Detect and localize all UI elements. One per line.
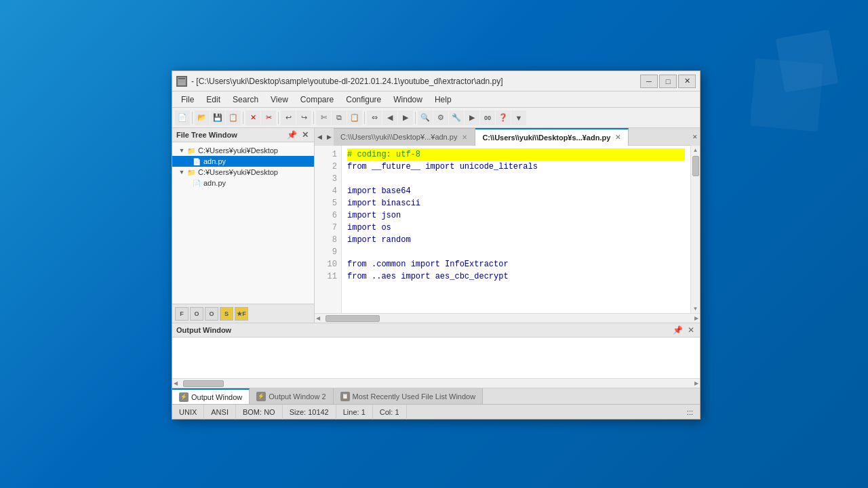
toolbar-redo[interactable]: ↪	[296, 110, 311, 125]
tree-arrow-1: ▼	[178, 147, 186, 154]
output-close-btn[interactable]: ✕	[686, 325, 696, 335]
toolbar-filter[interactable]: ⚙	[433, 110, 448, 125]
tab-nav-end[interactable]: ✕	[690, 128, 700, 146]
toolbar-settings[interactable]: 🔧	[449, 110, 464, 125]
toolbar-save[interactable]: 💾	[210, 110, 225, 125]
editor-tab-2-close[interactable]: ✕	[613, 133, 623, 142]
code-line-10: from .common import InfoExtractor	[347, 258, 685, 270]
output-tab-2[interactable]: ⚡ Output Window 2	[250, 388, 333, 405]
toolbar-delete[interactable]: ✕	[245, 110, 260, 125]
toolbar-undo[interactable]: ↩	[281, 110, 296, 125]
line-num-3: 3	[315, 173, 341, 185]
menu-help[interactable]: Help	[429, 93, 458, 106]
status-col: Col: 1	[373, 405, 407, 420]
toolbar-help[interactable]: ❓	[496, 110, 511, 125]
scrollbar-down[interactable]: ▼	[693, 306, 698, 312]
editor-tab-2[interactable]: C:\\Users\\yuki\\Desktop¥s...¥adn.py ✕	[475, 128, 629, 146]
file-tree-close-btn[interactable]: ✕	[300, 130, 310, 140]
file-tree-title: File Tree Window	[176, 131, 237, 139]
menu-window[interactable]: Window	[387, 93, 429, 106]
scrollbar-thumb-v[interactable]	[692, 156, 699, 176]
tree-file-label-1: adn.py	[203, 157, 226, 165]
scrollbar-right[interactable]: ▶	[694, 315, 698, 321]
tree-folder-2[interactable]: ▼ 📁 C:¥Users¥yuki¥Desktop	[172, 167, 314, 178]
toolbar-num[interactable]: 00	[480, 110, 495, 125]
output-scroll-left[interactable]: ◀	[174, 380, 178, 386]
toolbar-paste[interactable]: 📋	[347, 110, 362, 125]
menu-configure[interactable]: Configure	[340, 93, 387, 106]
toolbar-compare[interactable]: ⇔	[367, 110, 382, 125]
toolbar-next[interactable]: ▶	[398, 110, 413, 125]
menu-edit[interactable]: Edit	[200, 93, 226, 106]
main-window: - [C:\Users\yuki\Desktop\sample\youtube-…	[172, 70, 701, 420]
code-line-8: import random	[347, 234, 685, 246]
output-tab-3-icon: 📋	[340, 392, 350, 401]
code-content[interactable]: # coding: utf-8 from __future__ import u…	[342, 146, 690, 313]
code-line-6: import json	[347, 209, 685, 222]
horizontal-scrollbar[interactable]: ◀ ▶	[315, 313, 700, 323]
toolbar-sep-3	[278, 112, 279, 124]
scrollbar-up[interactable]: ▲	[693, 147, 698, 153]
toolbar-sep-2	[243, 112, 243, 124]
toolbar-close[interactable]: 📋	[226, 110, 241, 125]
output-tab-3[interactable]: 📋 Most Recently Used File List Window	[334, 388, 484, 405]
scrollbar-left[interactable]: ◀	[316, 315, 320, 321]
output-tab-1[interactable]: ⚡ Output Window	[172, 388, 250, 405]
tab-nav-left[interactable]: ◀	[315, 128, 324, 146]
code-line-4: import base64	[347, 185, 685, 197]
file-tree-header-buttons: 📌 ✕	[285, 130, 310, 140]
line-num-1: 1	[315, 148, 341, 161]
tab-nav-right[interactable]: ▶	[324, 128, 334, 146]
output-scroll-h[interactable]: ◀ ▶	[172, 378, 700, 388]
line-num-2: 2	[315, 161, 341, 173]
ft-btn-f2[interactable]: ★F	[235, 307, 248, 321]
output-tab-1-icon: ⚡	[179, 392, 189, 402]
ft-btn-s[interactable]: S	[220, 307, 233, 321]
output-scroll-thumb[interactable]	[183, 380, 224, 387]
menu-file[interactable]: File	[175, 93, 200, 106]
toolbar-new[interactable]: 📄	[175, 110, 190, 125]
close-button[interactable]: ✕	[678, 75, 696, 88]
line-num-4: 4	[315, 185, 341, 197]
toolbar-more[interactable]: ▼	[511, 110, 526, 125]
editor-tab-1[interactable]: C:\\Users\\yuki\\Desktop¥...¥adn.py ✕	[334, 128, 475, 146]
line-num-5: 5	[315, 197, 341, 209]
toolbar-delete2[interactable]: ✂	[261, 110, 276, 125]
vertical-scrollbar[interactable]: ▲ ▼	[690, 146, 700, 313]
toolbar-cut[interactable]: ✄	[316, 110, 331, 125]
folder-icon-1: 📁	[186, 146, 197, 155]
toolbar-search[interactable]: 🔍	[418, 110, 433, 125]
code-line-11: from ..aes import aes_cbc_decrypt	[347, 270, 685, 283]
toolbar-prev[interactable]: ◀	[382, 110, 397, 125]
window-controls: ─ □ ✕	[640, 75, 696, 88]
maximize-button[interactable]: □	[659, 75, 677, 88]
ft-btn-o2[interactable]: O	[205, 307, 218, 321]
file-tree-pin-btn[interactable]: 📌	[285, 130, 298, 140]
menu-compare[interactable]: Compare	[294, 93, 340, 106]
ft-btn-f1[interactable]: F	[175, 307, 189, 321]
output-tab-2-label: Output Window 2	[269, 392, 326, 401]
output-scroll-right[interactable]: ▶	[694, 380, 698, 386]
output-content	[172, 338, 700, 378]
title-bar: - [C:\Users\yuki\Desktop\sample\youtube-…	[172, 71, 700, 92]
toolbar-open[interactable]: 📂	[195, 110, 210, 125]
toolbar-run[interactable]: ▶	[465, 110, 479, 125]
output-title: Output Window	[176, 326, 231, 334]
tree-folder-1[interactable]: ▼ 📁 C:¥Users¥yuki¥Desktop	[172, 145, 314, 156]
ft-btn-o1[interactable]: O	[190, 307, 203, 321]
line-num-8: 8	[315, 234, 341, 246]
editor-tab-1-close[interactable]: ✕	[460, 132, 469, 142]
code-line-1: # coding: utf-8	[347, 148, 685, 161]
code-line-9	[347, 246, 685, 258]
output-pin-btn[interactable]: 📌	[671, 325, 684, 335]
tree-file-adn-2[interactable]: 📄 adn.py	[172, 178, 314, 188]
menu-view[interactable]: View	[264, 93, 294, 106]
menu-search[interactable]: Search	[226, 93, 264, 106]
toolbar-copy[interactable]: ⧉	[332, 110, 347, 125]
output-tabs: ⚡ Output Window ⚡ Output Window 2 📋 Most…	[172, 388, 700, 404]
content-area: File Tree Window 📌 ✕ ▼ 📁 C:¥Users¥yuki¥D…	[172, 128, 700, 323]
file-icon-2: 📄	[191, 178, 202, 188]
minimize-button[interactable]: ─	[640, 75, 658, 88]
tree-file-adn-1[interactable]: 📄 adn.py	[172, 156, 314, 167]
scrollbar-thumb-h[interactable]	[326, 315, 380, 322]
